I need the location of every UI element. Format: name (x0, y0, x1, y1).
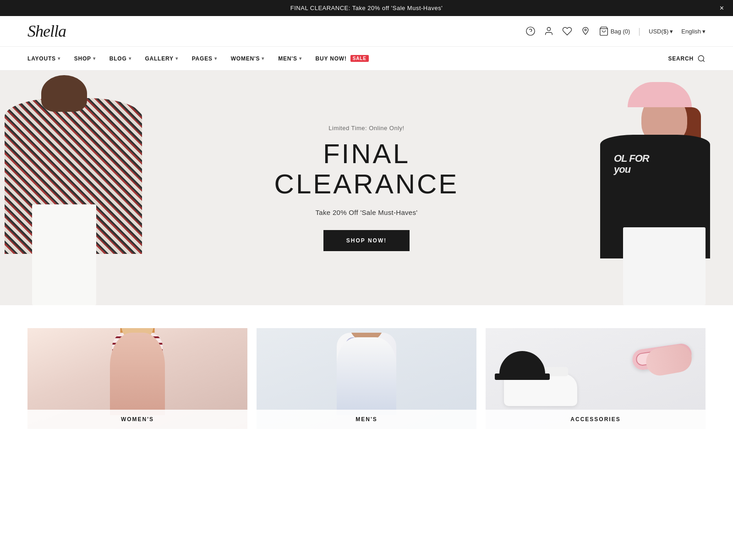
language-label: English (681, 28, 701, 35)
help-icon (525, 26, 536, 36)
nav-label-mens: MEN'S (278, 55, 297, 62)
mens-category-label: MEN'S (257, 410, 476, 429)
language-chevron-icon: ▾ (702, 28, 706, 35)
hero-description: Take 20% Off 'Sale Must-Haves' (274, 209, 459, 216)
sweater-text: OL FORyou (614, 153, 649, 175)
category-card-accessories[interactable]: ACCESSORIES (486, 328, 706, 429)
womens-figure (108, 333, 167, 411)
wishlist-icon-button[interactable] (562, 26, 572, 36)
gallery-chevron-icon: ▾ (175, 56, 178, 61)
nav-item-layouts[interactable]: LAYOUTS ▾ (27, 47, 60, 70)
womens-category-label: WOMEN'S (27, 410, 247, 429)
header: Shella Bag (0) | USD($) ▾ English (0, 16, 733, 47)
bag-icon (599, 26, 609, 36)
blog-chevron-icon: ▾ (129, 56, 131, 61)
search-label: SEARCH (668, 55, 694, 62)
main-nav: LAYOUTS ▾ SHOP ▾ BLOG ▾ GALLERY ▾ PAGES … (0, 47, 733, 71)
nav-label-blog: BLOG (109, 55, 127, 62)
shop-now-button[interactable]: SHOP NOW! (323, 230, 410, 251)
sale-badge: SALE (350, 55, 369, 62)
nav-item-gallery[interactable]: GALLERY ▾ (145, 47, 178, 70)
nav-label-buynow: BUY NOW! (316, 55, 347, 62)
nav-label-pages: PAGES (192, 55, 213, 62)
category-card-mens[interactable]: MEN'S (257, 328, 476, 429)
category-cards: WOMEN'S MEN'S (0, 305, 733, 452)
header-divider: | (638, 27, 640, 36)
hero-left-model (0, 71, 165, 305)
heart-icon (562, 26, 572, 36)
mens-label-text: MEN'S (356, 416, 377, 423)
hero-right-model: OL FORyou (559, 71, 733, 305)
nav-label-shop: SHOP (74, 55, 91, 62)
nav-item-mens[interactable]: MEN'S ▾ (278, 47, 301, 70)
nav-items: LAYOUTS ▾ SHOP ▾ BLOG ▾ GALLERY ▾ PAGES … (27, 47, 369, 70)
announcement-text: FINAL CLEARANCE: Take 20% off 'Sale Must… (290, 5, 443, 11)
mens-figure (332, 333, 401, 411)
sunglasses-accessory (631, 342, 693, 371)
nav-item-womens[interactable]: WOMEN'S ▾ (231, 47, 265, 70)
announcement-close-button[interactable]: × (720, 4, 724, 12)
womens-label-text: WOMEN'S (121, 416, 154, 423)
search-button[interactable]: SEARCH (668, 55, 706, 63)
womens-chevron-icon: ▾ (262, 56, 264, 61)
hair-shape-left (41, 75, 87, 112)
hero-title: FINAL CLEARANCE (274, 139, 459, 199)
svg-point-0 (526, 27, 535, 35)
currency-selector[interactable]: USD($) ▾ (649, 28, 673, 35)
accessories-label-text: ACCESSORIES (570, 416, 620, 423)
svg-line-5 (703, 60, 704, 61)
white-pants-shape (32, 204, 96, 305)
nav-item-blog[interactable]: BLOG ▾ (109, 47, 131, 70)
bag-label: Bag (0) (611, 28, 630, 35)
nav-item-buynow[interactable]: BUY NOW! SALE (316, 47, 369, 70)
account-icon (544, 26, 554, 36)
category-card-womens[interactable]: WOMEN'S (27, 328, 247, 429)
bag-icon-button[interactable]: Bag (0) (599, 26, 630, 36)
cap-accessory (499, 351, 545, 376)
svg-point-2 (547, 27, 550, 31)
hero-title-line2: CLEARANCE (274, 169, 459, 199)
hero-content: Limited Time: Online Only! FINAL CLEARAN… (256, 106, 477, 269)
help-icon-button[interactable] (525, 26, 536, 36)
mens-chevron-icon: ▾ (299, 56, 302, 61)
nav-label-womens: WOMEN'S (231, 55, 260, 62)
currency-label: USD($) (649, 28, 668, 35)
hero-banner: OL FORyou Limited Time: Online Only! FIN… (0, 71, 733, 305)
shop-chevron-icon: ▾ (93, 56, 96, 61)
announcement-bar: FINAL CLEARANCE: Take 20% off 'Sale Must… (0, 0, 733, 16)
nav-label-layouts: LAYOUTS (27, 55, 56, 62)
search-icon (697, 55, 706, 63)
white-shorts-shape (623, 227, 706, 305)
pages-chevron-icon: ▾ (214, 56, 217, 61)
account-icon-button[interactable] (544, 26, 554, 36)
pink-cap-shape (628, 82, 692, 107)
language-selector[interactable]: English ▾ (681, 28, 706, 35)
compare-icon (580, 26, 591, 36)
compare-icon-button[interactable] (580, 26, 591, 36)
hero-subtitle: Limited Time: Online Only! (274, 125, 459, 132)
nav-item-shop[interactable]: SHOP ▾ (74, 47, 96, 70)
head-womens (121, 328, 153, 342)
header-icons: Bag (0) | USD($) ▾ English ▾ (525, 26, 706, 36)
svg-point-4 (698, 55, 704, 61)
nav-item-pages[interactable]: PAGES ▾ (192, 47, 217, 70)
currency-chevron-icon: ▾ (670, 28, 673, 35)
accessories-category-label: ACCESSORIES (486, 410, 706, 429)
hero-title-line1: FINAL (323, 138, 410, 169)
logo[interactable]: Shella (27, 22, 66, 41)
nav-label-gallery: GALLERY (145, 55, 174, 62)
layouts-chevron-icon: ▾ (58, 56, 60, 61)
